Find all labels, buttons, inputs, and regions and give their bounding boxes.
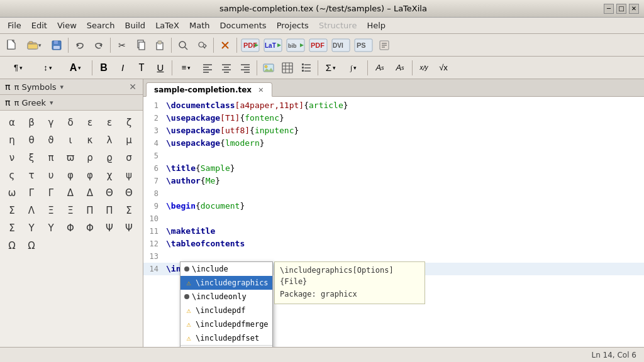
greek-Pi[interactable]: Π bbox=[82, 202, 98, 219]
menu-view[interactable]: View bbox=[52, 19, 82, 32]
ac-item-includepdfmerge[interactable]: ⚠ \includepdfmerge bbox=[180, 317, 272, 331]
greek-zeta[interactable]: ζ bbox=[121, 114, 137, 131]
font-size-button[interactable]: A▾ bbox=[62, 59, 89, 77]
open-file-button[interactable]: ▾ bbox=[21, 36, 47, 54]
greek-Sigma3[interactable]: Σ bbox=[4, 220, 20, 236]
menu-file[interactable]: File bbox=[3, 19, 26, 32]
ac-item-include[interactable]: \include bbox=[180, 262, 272, 276]
greek-Xi[interactable]: Ξ bbox=[43, 202, 59, 219]
bold-button[interactable]: B bbox=[95, 59, 113, 77]
greek-omega[interactable]: ω bbox=[4, 185, 20, 201]
build-button2[interactable]: bib bbox=[285, 36, 306, 54]
menu-help[interactable]: Help bbox=[362, 19, 391, 32]
greek-Sigma[interactable]: Σ bbox=[4, 202, 20, 219]
paste-button[interactable] bbox=[151, 36, 169, 54]
code-editor[interactable]: 1\documentclass[a4paper,11pt]{article} 2… bbox=[143, 97, 644, 347]
greek-rho[interactable]: ρ bbox=[82, 150, 98, 166]
greek-Phi2[interactable]: Φ bbox=[82, 220, 98, 236]
greek-Gamma2[interactable]: Γ bbox=[43, 185, 59, 201]
greek-xi[interactable]: ξ bbox=[23, 150, 40, 166]
greek-panel-header[interactable]: π π Greek ▾ bbox=[0, 95, 143, 111]
greek-nu[interactable]: ν bbox=[4, 150, 20, 166]
superscript-button[interactable]: As bbox=[370, 59, 389, 77]
align-left-button[interactable] bbox=[199, 59, 216, 77]
greek-Theta[interactable]: Θ bbox=[101, 185, 118, 201]
minimize-button[interactable]: ─ bbox=[604, 4, 614, 14]
ac-item-includepdfset[interactable]: ⚠ \includepdfset bbox=[180, 331, 272, 345]
greek-tau[interactable]: τ bbox=[23, 167, 40, 184]
menu-documents[interactable]: Documents bbox=[215, 19, 272, 32]
greek-sigma[interactable]: σ bbox=[121, 150, 137, 166]
greek-varrho[interactable]: ϱ bbox=[101, 150, 118, 166]
maximize-button[interactable]: □ bbox=[616, 4, 626, 14]
insert-table-button[interactable] bbox=[279, 59, 296, 77]
menu-projects[interactable]: Projects bbox=[272, 19, 314, 32]
close-button[interactable]: ✕ bbox=[629, 4, 639, 14]
menu-latex[interactable]: LaTeX bbox=[150, 19, 184, 32]
greek-Sigma2[interactable]: Σ bbox=[121, 202, 137, 219]
greek-lambda[interactable]: λ bbox=[101, 132, 118, 148]
subscript-button[interactable]: As bbox=[391, 59, 409, 77]
new-file-button[interactable] bbox=[3, 36, 20, 54]
greek-Phi[interactable]: Φ bbox=[62, 220, 79, 236]
greek-Gamma[interactable]: Γ bbox=[23, 185, 40, 201]
ac-item-includeonly[interactable]: \includeonly bbox=[180, 290, 272, 304]
greek-theta[interactable]: θ bbox=[23, 132, 40, 148]
greek-psi[interactable]: ψ bbox=[121, 167, 137, 184]
greek-vartheta[interactable]: ϑ bbox=[43, 132, 59, 148]
pdf-view-button[interactable]: PDF bbox=[308, 36, 329, 54]
align-right-button[interactable] bbox=[236, 59, 254, 77]
greek-iota[interactable]: ι bbox=[62, 132, 79, 148]
symbols-panel-header[interactable]: π π Symbols ▾ ✕ bbox=[0, 79, 143, 95]
underline-button[interactable]: U bbox=[152, 59, 169, 77]
undo-button[interactable] bbox=[71, 36, 89, 54]
tab-close-icon[interactable]: ✕ bbox=[258, 86, 264, 94]
save-file-button[interactable] bbox=[48, 36, 65, 54]
ac-item-includepdf[interactable]: ⚠ \includepdf bbox=[180, 304, 272, 317]
greek-Lambda[interactable]: Λ bbox=[23, 202, 40, 219]
greek-Omega2[interactable]: Ω bbox=[23, 238, 40, 254]
sqrt-button[interactable]: √x bbox=[434, 59, 453, 77]
menu-build[interactable]: Build bbox=[119, 19, 150, 32]
greek-beta[interactable]: β bbox=[23, 114, 40, 131]
insert-image-button[interactable] bbox=[260, 59, 277, 77]
copy-button[interactable] bbox=[132, 36, 150, 54]
fraction-button[interactable]: x/y bbox=[415, 59, 433, 77]
ac-item-includegraphics[interactable]: ⚠ \includegraphics bbox=[180, 276, 272, 290]
build-latex-button[interactable]: LaT bbox=[262, 36, 284, 54]
greek-pi[interactable]: π bbox=[43, 150, 59, 166]
typewriter-button[interactable]: T bbox=[133, 59, 150, 77]
insert-list-button[interactable] bbox=[297, 59, 315, 77]
greek-kappa[interactable]: κ bbox=[82, 132, 98, 148]
italic-button[interactable]: I bbox=[114, 59, 131, 77]
ps-view-button[interactable]: PS bbox=[353, 36, 374, 54]
greek-alpha[interactable]: α bbox=[4, 114, 20, 131]
justify-button[interactable]: ≡▾ bbox=[175, 59, 197, 77]
greek-delta[interactable]: δ bbox=[62, 114, 79, 131]
greek-phi[interactable]: φ bbox=[62, 167, 79, 184]
greek-Delta2[interactable]: Δ bbox=[82, 185, 98, 201]
greek-varepsilon[interactable]: ε bbox=[101, 114, 118, 131]
greek-chi[interactable]: χ bbox=[101, 167, 118, 184]
greek-mu[interactable]: μ bbox=[121, 132, 137, 148]
math-delimiter-button[interactable]: ∫▾ bbox=[342, 59, 365, 77]
line-spacing-button[interactable]: ↕▾ bbox=[35, 59, 60, 77]
greek-Theta2[interactable]: Θ bbox=[121, 185, 137, 201]
greek-Omega[interactable]: Ω bbox=[4, 238, 20, 254]
paragraph-style-button[interactable]: ¶▾ bbox=[3, 59, 34, 77]
menu-edit[interactable]: Edit bbox=[26, 19, 52, 32]
greek-Upsilon[interactable]: Υ bbox=[23, 220, 40, 236]
menu-structure[interactable]: Structure bbox=[314, 19, 362, 32]
menu-search[interactable]: Search bbox=[82, 19, 120, 32]
greek-varpi[interactable]: ϖ bbox=[62, 150, 79, 166]
greek-upsilon[interactable]: υ bbox=[43, 167, 59, 184]
redo-button[interactable] bbox=[90, 36, 108, 54]
cut-button[interactable]: ✂ bbox=[113, 36, 131, 54]
greek-Xi2[interactable]: Ξ bbox=[62, 202, 79, 219]
sum-button[interactable]: Σ▾ bbox=[321, 59, 341, 77]
greek-eta[interactable]: η bbox=[4, 132, 20, 148]
view-doc-button[interactable] bbox=[375, 36, 393, 54]
symbols-close-button[interactable]: ✕ bbox=[128, 82, 138, 92]
build-pdf-button[interactable]: PDF bbox=[240, 36, 261, 54]
tab-sample-completion[interactable]: sample-completion.tex ✕ bbox=[146, 82, 272, 97]
